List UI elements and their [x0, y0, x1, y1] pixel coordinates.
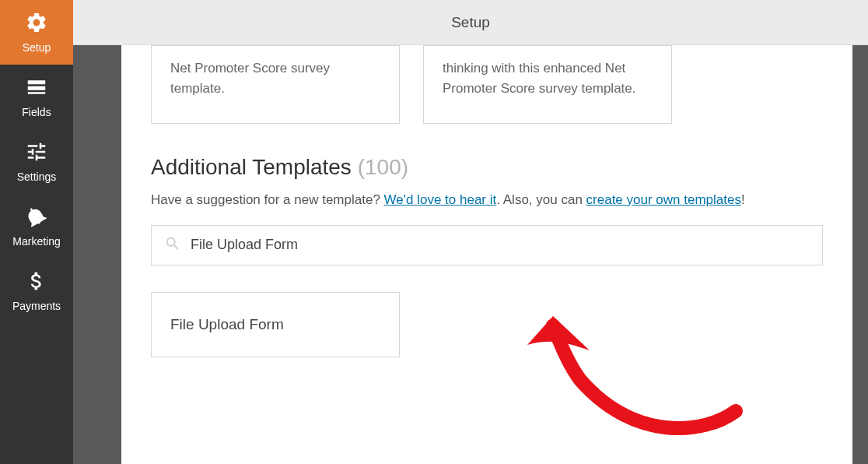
template-card-nps-enhanced[interactable]: thinking with this enhanced Net Promoter… — [423, 45, 672, 124]
sidebar: Setup Fields Settings Marketing Payments — [0, 0, 73, 464]
template-result-file-upload[interactable]: File Upload Form — [151, 292, 400, 357]
sidebar-item-payments[interactable]: Payments — [0, 258, 73, 323]
template-card-text: Net Promoter Score survey template. — [170, 61, 330, 96]
result-label: File Upload Form — [170, 316, 284, 332]
sidebar-label-marketing: Marketing — [12, 235, 60, 248]
dollar-icon — [25, 269, 48, 295]
sliders-icon — [25, 140, 48, 166]
topbar: Setup — [73, 0, 868, 45]
gear-icon — [25, 11, 48, 37]
additional-subtext: Have a suggestion for a new template? We… — [151, 192, 823, 208]
megaphone-icon — [25, 205, 48, 230]
annotation-arrow — [518, 279, 767, 458]
sidebar-label-payments: Payments — [12, 300, 61, 312]
heading-count: (100) — [358, 155, 408, 179]
link-suggest-template[interactable]: We'd love to hear it — [384, 192, 497, 207]
search-icon — [164, 235, 191, 255]
background-strip — [73, 45, 121, 464]
sidebar-item-setup[interactable]: Setup — [0, 0, 73, 65]
additional-templates-heading: Additional Templates (100) — [151, 155, 823, 180]
sidebar-item-fields[interactable]: Fields — [0, 65, 73, 129]
sidebar-item-settings[interactable]: Settings — [0, 129, 73, 194]
content-area: Net Promoter Score survey template. thin… — [121, 45, 852, 464]
heading-text: Additional Templates — [151, 155, 358, 179]
page-title: Setup — [451, 14, 490, 31]
template-search-input[interactable] — [191, 237, 810, 253]
link-create-template[interactable]: create your own templates — [586, 192, 741, 207]
list-icon — [25, 76, 48, 101]
sidebar-item-marketing[interactable]: Marketing — [0, 194, 73, 258]
template-card-text: thinking with this enhanced Net Promoter… — [443, 61, 635, 96]
sidebar-label-setup: Setup — [23, 41, 51, 54]
template-search-box[interactable] — [151, 225, 823, 265]
sidebar-label-settings: Settings — [17, 170, 57, 183]
sidebar-label-fields: Fields — [22, 106, 51, 118]
template-card-nps[interactable]: Net Promoter Score survey template. — [151, 45, 400, 124]
